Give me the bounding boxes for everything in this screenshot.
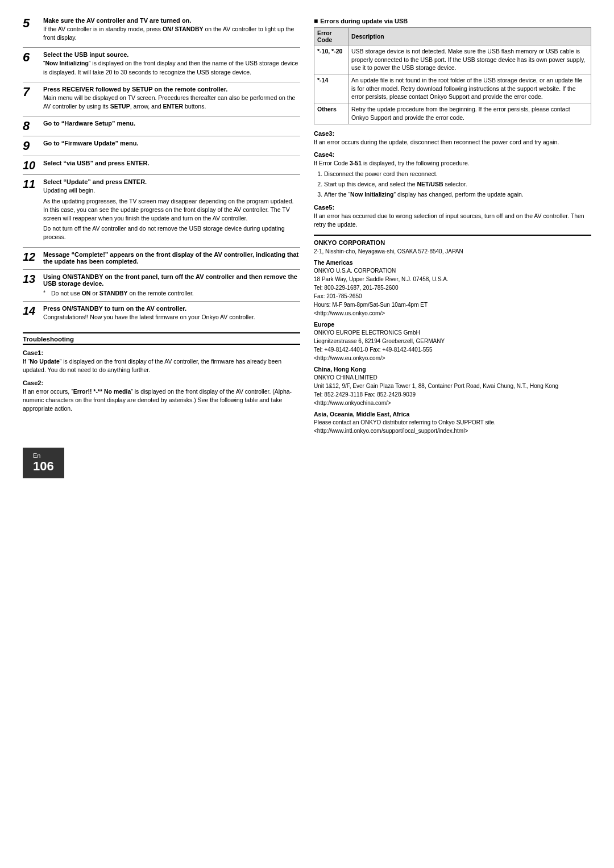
case4: Case4: If Error Code 3-51 is displayed, … bbox=[314, 151, 591, 199]
step-8-number: 8 bbox=[23, 120, 41, 132]
region-europe: Europe ONKYO EUROPE ELECTRONICS GmbH Lie… bbox=[314, 321, 591, 362]
case3-label: Case3: bbox=[314, 130, 591, 137]
region-asia: Asia, Oceania, Middle East, Africa Pleas… bbox=[314, 411, 591, 435]
case1: Case1: If “No Update” is displayed on th… bbox=[23, 349, 300, 374]
step-9-number: 9 bbox=[23, 140, 41, 152]
errors-section-title: Errors during update via USB bbox=[314, 17, 591, 25]
step-7-body: Main menu will be displayed on TV screen… bbox=[43, 94, 300, 111]
step-11-content: Select “Update” and press ENTER. Updatin… bbox=[41, 178, 300, 243]
case5: Case5: If an error has occurred due to w… bbox=[314, 204, 591, 229]
step-13-title: Using ON/STANDBY on the front panel, tur… bbox=[43, 273, 300, 287]
case4-intro: If Error Code 3-51 is displayed, try the… bbox=[314, 159, 591, 168]
error-desc-1: USB storage device is not detected. Make… bbox=[349, 45, 591, 74]
list-item: Start up this device, and select the NET… bbox=[324, 180, 591, 189]
step-12: 12 Message “Complete!” appears on the fr… bbox=[23, 251, 300, 270]
step-8: 8 Go to “Hardware Setup” menu. bbox=[23, 120, 300, 136]
page-number: 106 bbox=[33, 459, 54, 473]
step-5-number: 5 bbox=[23, 17, 41, 30]
step-14-number: 14 bbox=[23, 305, 41, 316]
step-10-number: 10 bbox=[23, 160, 41, 171]
step-6-content: Select the USB input source. “Now Initia… bbox=[41, 51, 300, 78]
step-5: 5 Make sure the AV controller and TV are… bbox=[23, 17, 300, 48]
step-10: 10 Select “via USB” and press ENTER. bbox=[23, 160, 300, 175]
region-europe-label: Europe bbox=[314, 321, 591, 328]
step-5-content: Make sure the AV controller and TV are t… bbox=[41, 17, 300, 44]
error-code-2: *-14 bbox=[314, 74, 349, 103]
troubleshooting-title: Troubleshooting bbox=[23, 336, 300, 345]
step-10-title: Select “via USB” and press ENTER. bbox=[43, 160, 300, 166]
step-7-number: 7 bbox=[23, 86, 41, 98]
step-7-title: Press RECEIVER followed by SETUP on the … bbox=[43, 86, 300, 93]
case4-list: Disconnect the power cord then reconnect… bbox=[324, 170, 591, 199]
right-column: Errors during update via USB Error Code … bbox=[314, 17, 591, 439]
step-12-number: 12 bbox=[23, 251, 41, 262]
page-number-box: En 106 bbox=[23, 448, 64, 478]
case5-label: Case5: bbox=[314, 204, 591, 211]
case2-body: If an error occurs, “Error!! *-** No med… bbox=[23, 387, 300, 414]
page-container: 5 Make sure the AV controller and TV are… bbox=[23, 17, 591, 439]
step-13-note: * Do not use ON or STANDBY on the remote… bbox=[43, 289, 300, 298]
page-footer: En 106 bbox=[23, 448, 591, 478]
troubleshooting-section: Troubleshooting Case1: If “No Update” is… bbox=[23, 332, 300, 413]
region-china: China, Hong Kong ONKYO CHINA LIMITED Uni… bbox=[314, 366, 591, 407]
error-code-1: *-10, *-20 bbox=[314, 45, 349, 74]
step-9-title: Go to “Firmware Update” menu. bbox=[43, 140, 300, 147]
step-5-title: Make sure the AV controller and TV are t… bbox=[43, 17, 300, 24]
error-desc-3: Retry the update procedure from the begi… bbox=[349, 103, 591, 124]
error-desc-2: An update file is not found in the root … bbox=[349, 74, 591, 103]
step-12-content: Message “Complete!” appears on the front… bbox=[41, 251, 300, 266]
step-13-body: * Do not use ON or STANDBY on the remote… bbox=[43, 289, 300, 298]
region-china-body: ONKYO CHINA LIMITED Unit 1&12, 9/F, Ever… bbox=[314, 373, 591, 407]
case3-body: If an error occurs during the update, di… bbox=[314, 138, 591, 147]
step-8-content: Go to “Hardware Setup” menu. bbox=[41, 120, 300, 128]
list-item: After the “Now Initializing” display has… bbox=[324, 190, 591, 199]
case3: Case3: If an error occurs during the upd… bbox=[314, 130, 591, 147]
step-14-content: Press ON/STANDBY to turn on the AV contr… bbox=[41, 305, 300, 323]
step-6-body: “Now Initializing” is displayed on the f… bbox=[43, 59, 300, 76]
case1-body: If “No Update” is displayed on the front… bbox=[23, 357, 300, 374]
step-7: 7 Press RECEIVER followed by SETUP on th… bbox=[23, 86, 300, 116]
region-americas: The Americas ONKYO U.S.A. CORPORATION 18… bbox=[314, 259, 591, 318]
region-americas-label: The Americas bbox=[314, 259, 591, 266]
step-10-content: Select “via USB” and press ENTER. bbox=[41, 160, 300, 168]
step-11-title: Select “Update” and press ENTER. bbox=[43, 178, 300, 185]
region-europe-body: ONKYO EUROPE ELECTRONICS GmbH Liegnitzer… bbox=[314, 328, 591, 362]
errors-header-desc: Description bbox=[349, 28, 591, 45]
step-6-number: 6 bbox=[23, 51, 41, 64]
errors-section: Errors during update via USB Error Code … bbox=[314, 17, 591, 124]
step-5-body: If the AV controller is in standby mode,… bbox=[43, 25, 300, 42]
step-14: 14 Press ON/STANDBY to turn on the AV co… bbox=[23, 305, 300, 327]
step-11: 11 Select “Update” and press ENTER. Upda… bbox=[23, 178, 300, 247]
step-11-number: 11 bbox=[23, 178, 41, 190]
step-9: 9 Go to “Firmware Update” menu. bbox=[23, 140, 300, 156]
step-12-title: Message “Complete!” appears on the front… bbox=[43, 251, 300, 265]
list-item: Disconnect the power cord then reconnect… bbox=[324, 170, 591, 178]
step-6: 6 Select the USB input source. “Now Init… bbox=[23, 51, 300, 82]
step-13: 13 Using ON/STANDBY on the front panel, … bbox=[23, 273, 300, 302]
case4-label: Case4: bbox=[314, 151, 591, 158]
step-14-body: Congratulations!! Now you have the lates… bbox=[43, 313, 300, 322]
step-9-content: Go to “Firmware Update” menu. bbox=[41, 140, 300, 148]
table-row: *-10, *-20 USB storage device is not det… bbox=[314, 45, 591, 74]
case1-label: Case1: bbox=[23, 349, 300, 356]
case5-body: If an error has occurred due to wrong se… bbox=[314, 212, 591, 229]
step-11-body: Updating will begin. As the updating pro… bbox=[43, 186, 300, 241]
table-row: Others Retry the update procedure from t… bbox=[314, 103, 591, 124]
case2: Case2: If an error occurs, “Error!! *-**… bbox=[23, 379, 300, 414]
step-6-title: Select the USB input source. bbox=[43, 51, 300, 58]
table-row: *-14 An update file is not found in the … bbox=[314, 74, 591, 103]
en-label: En bbox=[33, 452, 54, 459]
error-code-3: Others bbox=[314, 103, 349, 124]
step-8-title: Go to “Hardware Setup” menu. bbox=[43, 120, 300, 127]
corp-main-address: 2-1, Nisshin-cho, Neyagawa-shi, OSAKA 57… bbox=[314, 247, 591, 256]
step-13-content: Using ON/STANDBY on the front panel, tur… bbox=[41, 273, 300, 298]
left-column: 5 Make sure the AV controller and TV are… bbox=[23, 17, 300, 439]
step-14-title: Press ON/STANDBY to turn on the AV contr… bbox=[43, 305, 300, 312]
errors-table: Error Code Description *-10, *-20 USB st… bbox=[314, 27, 591, 124]
region-asia-body: Please contact an ONKYO distributor refe… bbox=[314, 418, 591, 435]
step-13-number: 13 bbox=[23, 273, 41, 285]
corp-main-name: ONKYO CORPORATION bbox=[314, 239, 591, 246]
region-americas-body: ONKYO U.S.A. CORPORATION 18 Park Way, Up… bbox=[314, 266, 591, 318]
region-china-label: China, Hong Kong bbox=[314, 366, 591, 373]
steps-list: 5 Make sure the AV controller and TV are… bbox=[23, 17, 300, 327]
